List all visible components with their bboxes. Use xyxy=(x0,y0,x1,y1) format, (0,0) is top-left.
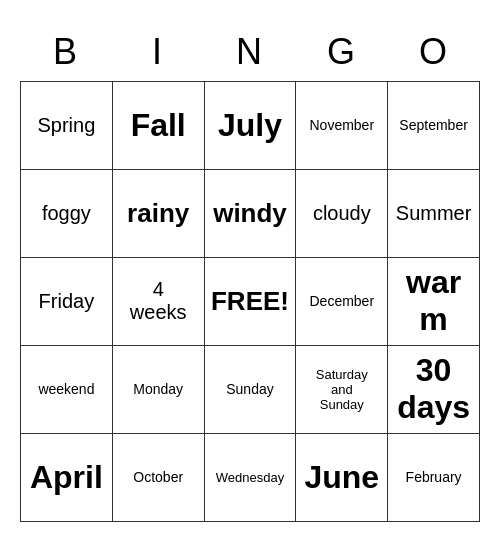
header-g: G xyxy=(296,23,388,81)
cell-r3-c3: SaturdayandSunday xyxy=(296,345,388,433)
header-i: I xyxy=(112,23,204,81)
cell-r2-c2: FREE! xyxy=(204,257,296,345)
cell-r3-c4: 30days xyxy=(388,345,480,433)
cell-r3-c0: weekend xyxy=(21,345,113,433)
header-o: O xyxy=(388,23,480,81)
cell-r2-c1: 4weeks xyxy=(112,257,204,345)
table-row: foggyrainywindycloudySummer xyxy=(21,169,480,257)
bingo-grid: SpringFallJulyNovemberSeptemberfoggyrain… xyxy=(20,81,480,522)
table-row: SpringFallJulyNovemberSeptember xyxy=(21,81,480,169)
cell-r4-c1: October xyxy=(112,433,204,521)
cell-r4-c4: February xyxy=(388,433,480,521)
cell-r1-c1: rainy xyxy=(112,169,204,257)
cell-r0-c1: Fall xyxy=(112,81,204,169)
cell-r4-c2: Wednesday xyxy=(204,433,296,521)
cell-r4-c3: June xyxy=(296,433,388,521)
cell-r0-c2: July xyxy=(204,81,296,169)
header-b: B xyxy=(20,23,112,81)
cell-r1-c2: windy xyxy=(204,169,296,257)
cell-r2-c4: warm xyxy=(388,257,480,345)
table-row: AprilOctoberWednesdayJuneFebruary xyxy=(21,433,480,521)
cell-r4-c0: April xyxy=(21,433,113,521)
cell-r3-c2: Sunday xyxy=(204,345,296,433)
cell-r0-c0: Spring xyxy=(21,81,113,169)
cell-r1-c4: Summer xyxy=(388,169,480,257)
table-row: weekendMondaySundaySaturdayandSunday30da… xyxy=(21,345,480,433)
table-row: Friday4weeksFREE!Decemberwarm xyxy=(21,257,480,345)
header-n: N xyxy=(204,23,296,81)
cell-r1-c0: foggy xyxy=(21,169,113,257)
cell-r2-c0: Friday xyxy=(21,257,113,345)
cell-r1-c3: cloudy xyxy=(296,169,388,257)
cell-r3-c1: Monday xyxy=(112,345,204,433)
cell-r2-c3: December xyxy=(296,257,388,345)
cell-r0-c3: November xyxy=(296,81,388,169)
bingo-header: B I N G O xyxy=(20,23,480,81)
cell-r0-c4: September xyxy=(388,81,480,169)
